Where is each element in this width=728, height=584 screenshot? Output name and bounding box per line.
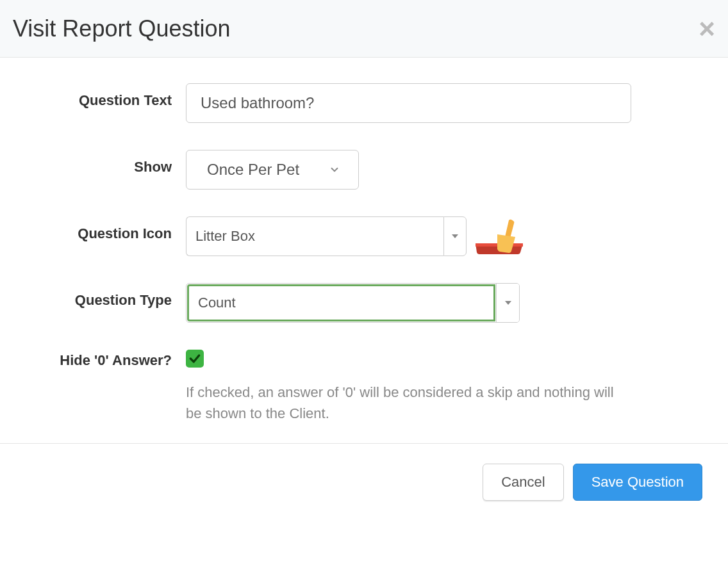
- show-select[interactable]: Once Per Pet: [186, 150, 359, 190]
- cancel-button[interactable]: Cancel: [483, 464, 563, 501]
- show-selected-value: Once Per Pet: [207, 161, 329, 179]
- litter-box-icon: [473, 218, 528, 255]
- modal-title: Visit Report Question: [13, 15, 231, 42]
- caret-down-icon: [505, 301, 511, 305]
- question-type-select[interactable]: Count: [186, 283, 520, 323]
- modal-footer: Cancel Save Question: [0, 443, 728, 520]
- question-icon-caret[interactable]: [443, 216, 467, 256]
- question-icon-select[interactable]: Litter Box: [186, 216, 467, 256]
- check-icon: [188, 352, 201, 365]
- label-question-icon: Question Icon: [26, 216, 186, 242]
- row-show: Show Once Per Pet: [26, 150, 702, 190]
- modal-header: Visit Report Question ×: [0, 0, 728, 58]
- label-question-type: Question Type: [26, 283, 186, 309]
- question-type-caret[interactable]: [496, 284, 519, 322]
- hide-zero-helper: If checked, an answer of '0' will be con…: [186, 382, 628, 424]
- caret-down-icon: [452, 234, 458, 238]
- question-text-input[interactable]: [186, 83, 631, 123]
- label-show: Show: [26, 150, 186, 175]
- save-question-button[interactable]: Save Question: [573, 464, 702, 501]
- question-type-selected-value: Count: [187, 284, 495, 321]
- row-question-text: Question Text: [26, 83, 702, 123]
- label-question-text: Question Text: [26, 83, 186, 109]
- row-hide-zero: Hide '0' Answer? If checked, an answer o…: [26, 350, 702, 424]
- label-hide-zero: Hide '0' Answer?: [26, 350, 186, 369]
- question-icon-selected-value: Litter Box: [186, 216, 443, 256]
- modal-body: Question Text Show Once Per Pet Question…: [0, 58, 728, 443]
- close-icon[interactable]: ×: [699, 15, 715, 43]
- row-question-icon: Question Icon Litter Box: [26, 216, 702, 256]
- row-question-type: Question Type Count: [26, 283, 702, 323]
- chevron-down-icon: [329, 164, 340, 175]
- hide-zero-checkbox[interactable]: [186, 350, 204, 368]
